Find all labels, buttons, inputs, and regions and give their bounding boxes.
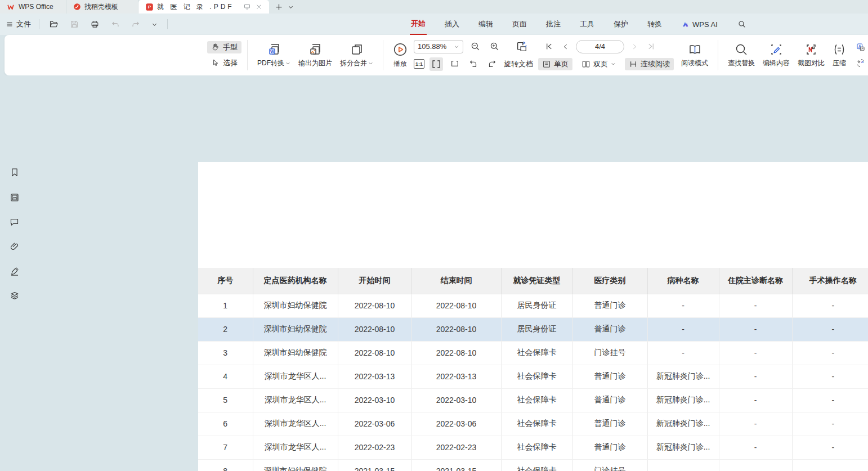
menu-edit[interactable]: 编辑 <box>477 14 494 34</box>
hand-tool-button[interactable]: 手型 <box>207 41 241 53</box>
menu-insert[interactable]: 插入 <box>444 14 460 34</box>
table-cell: - <box>719 412 792 436</box>
rotate-pages-icon[interactable] <box>513 39 530 55</box>
split-merge-button[interactable]: 拆分合并 <box>336 41 377 70</box>
double-page-icon <box>581 60 590 69</box>
pdf-convert-button[interactable]: W PDF转换 <box>253 41 294 70</box>
compress-button[interactable]: 压缩 <box>829 41 850 70</box>
menu-wps-ai[interactable]: WPS AI <box>680 15 719 34</box>
quickbar-chevron-icon[interactable] <box>150 20 159 29</box>
table-cell: 社会保障卡 <box>501 436 572 459</box>
table-cell: 8 <box>198 459 253 471</box>
table-cell: 7 <box>198 436 253 459</box>
find-replace-button[interactable]: 查找替换 <box>724 41 759 70</box>
table-row: 8深圳市妇幼保健院2021-03-152021-03-15社会保障卡门诊挂号--… <box>198 459 868 471</box>
table-cell: 2022-03-13 <box>338 365 411 388</box>
menu-comment[interactable]: 批注 <box>545 14 562 34</box>
bookmark-icon[interactable] <box>7 165 21 180</box>
undo-icon[interactable] <box>109 19 122 30</box>
prev-page-icon[interactable] <box>560 41 571 52</box>
menu-protect[interactable]: 保护 <box>612 14 629 34</box>
table-cell: 深圳市妇幼保健院 <box>253 341 338 365</box>
rotate-left-icon[interactable] <box>467 57 480 71</box>
document-canvas: 序号 定点医药机构名称 开始时间 结束时间 就诊凭证类型 医疗类别 病种名称 住… <box>0 75 868 471</box>
table-cell: - <box>647 294 719 317</box>
file-menu-button[interactable]: 文件 <box>6 19 31 29</box>
new-tab-icon[interactable] <box>275 3 283 11</box>
table-cell: - <box>792 365 868 388</box>
print-icon[interactable] <box>88 18 101 30</box>
menu-items: 开始 插入 编辑 页面 批注 工具 保护 转换 WPS AI <box>410 14 748 35</box>
menu-page[interactable]: 页面 <box>511 14 528 34</box>
table-cell: 深圳市妇幼保健院 <box>253 459 338 471</box>
col-header: 病种名称 <box>647 268 719 294</box>
table-cell: 2022-03-10 <box>411 388 501 412</box>
save-icon[interactable] <box>68 18 80 30</box>
screenshot-compare-button[interactable]: 截图对比 <box>794 41 829 70</box>
double-page-label: 双页 <box>593 59 608 69</box>
table-cell: 深圳市龙华区人... <box>253 388 338 412</box>
zoom-level-select[interactable]: 105.88% <box>414 40 463 53</box>
monitor-icon[interactable] <box>243 3 251 10</box>
table-cell: 新冠肺炎门诊... <box>647 388 719 412</box>
table-cell: 深圳市龙华区人... <box>253 365 338 388</box>
actual-size-icon[interactable]: 1:1 <box>414 59 424 69</box>
play-button[interactable]: 播放 <box>389 41 411 70</box>
zoom-out-icon[interactable] <box>468 39 482 53</box>
continuous-reading-button[interactable]: 连续阅读 <box>625 58 674 70</box>
zoom-in-icon[interactable] <box>487 39 502 53</box>
pdf-page: 序号 定点医药机构名称 开始时间 结束时间 就诊凭证类型 医疗类别 病种名称 住… <box>198 162 868 471</box>
edit-content-button[interactable]: 编辑内容 <box>759 41 794 70</box>
cursor-icon <box>211 59 220 68</box>
menu-tools[interactable]: 工具 <box>579 14 596 34</box>
menu-start[interactable]: 开始 <box>410 14 427 35</box>
divider <box>39 19 39 29</box>
table-cell: - <box>792 459 868 471</box>
layers-icon[interactable] <box>7 289 21 303</box>
next-page-icon[interactable] <box>629 41 640 52</box>
single-page-button[interactable]: 单页 <box>538 58 572 70</box>
zoom-level-value: 105.88% <box>418 42 446 51</box>
select-tool-button[interactable]: 选择 <box>207 57 241 69</box>
full-translate-button[interactable]: A 全文翻译 <box>852 41 868 53</box>
wps-logo-icon <box>7 3 15 11</box>
continuous-reading-label: 连续阅读 <box>641 59 670 69</box>
table-cell: 深圳市龙华区人... <box>253 436 338 459</box>
redo-icon[interactable] <box>129 19 142 30</box>
ribbon-toolbar: 手型 选择 W PDF转换 输出为图片 拆分合并 <box>5 35 868 75</box>
table-cell: 2022-02-23 <box>338 436 411 459</box>
thumbnails-icon[interactable] <box>7 191 21 204</box>
chevron-down-icon <box>454 44 459 50</box>
page-indicator-input[interactable] <box>576 40 624 53</box>
table-cell: 普通门诊 <box>572 294 647 317</box>
wps-ai-icon <box>681 21 690 28</box>
fit-page-icon[interactable] <box>448 58 462 70</box>
table-cell: 2022-02-23 <box>411 436 501 459</box>
read-mode-button[interactable]: 阅读模式 <box>677 41 712 70</box>
table-cell: 4 <box>198 365 253 388</box>
table-cell: - <box>647 341 719 365</box>
menubar-search-icon[interactable] <box>736 18 748 30</box>
tab-list-chevron-icon[interactable] <box>288 4 294 10</box>
double-page-button[interactable]: 双页 <box>578 58 620 70</box>
table-cell: 普通门诊 <box>572 388 647 412</box>
signature-icon[interactable] <box>7 264 21 278</box>
word-translate-button[interactable]: A 划词翻译 <box>852 57 868 69</box>
first-page-icon[interactable] <box>543 41 555 52</box>
open-file-icon[interactable] <box>47 18 60 30</box>
rotate-doc-label[interactable]: 旋转文档 <box>504 59 533 69</box>
menu-convert[interactable]: 转换 <box>646 14 663 34</box>
export-image-button[interactable]: 输出为图片 <box>294 41 336 70</box>
comment-icon[interactable] <box>7 216 21 228</box>
col-header: 结束时间 <box>411 268 501 294</box>
tab-wps-office[interactable]: WPS Office <box>0 0 66 14</box>
tab-document-pdf[interactable]: P 就 医 记 录 .PDF <box>138 0 269 14</box>
table-body: 1深圳市妇幼保健院2022-08-102022-08-10居民身份证普通门诊--… <box>198 294 868 471</box>
tab-docer-templates[interactable]: 找稻壳模板 <box>66 0 138 14</box>
table-row: 3深圳市妇幼保健院2022-08-102022-08-10社会保障卡门诊挂号--… <box>198 341 868 365</box>
attachment-icon[interactable] <box>7 240 21 253</box>
last-page-icon[interactable] <box>645 41 657 52</box>
close-tab-icon[interactable] <box>256 3 262 10</box>
fit-width-icon[interactable] <box>429 57 443 71</box>
rotate-right-icon[interactable] <box>485 57 499 71</box>
